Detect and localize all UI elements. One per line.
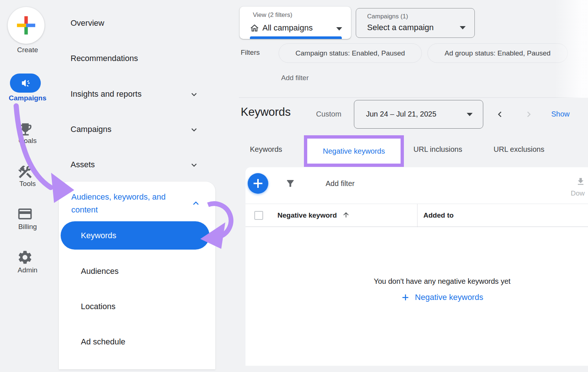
add-filter-link[interactable]: Add filter bbox=[281, 74, 309, 82]
nav-item-audiences-keywords-content[interactable]: Audiences, keywords, and content bbox=[71, 190, 182, 216]
nav-item-keywords-selected[interactable]: Keywords bbox=[61, 221, 209, 250]
active-view-underline bbox=[250, 36, 342, 39]
table-body: You don't have any negative keywords yet… bbox=[245, 227, 588, 366]
dropdown-caret-icon bbox=[336, 27, 342, 31]
annotation-highlight-box: Negative keywords bbox=[304, 135, 404, 167]
rail-label-goals: Goals bbox=[0, 137, 55, 145]
campaign-picker-value: Select a campaign bbox=[367, 23, 434, 32]
nav-item-recommendations[interactable]: Recommendations bbox=[71, 54, 138, 63]
rail-label-create: Create bbox=[0, 46, 55, 54]
home-icon bbox=[250, 23, 259, 33]
plus-icon bbox=[252, 178, 263, 189]
rail-label-tools: Tools bbox=[0, 180, 55, 188]
section-divider bbox=[239, 97, 588, 98]
nav-item-ad-schedule[interactable]: Ad schedule bbox=[81, 337, 125, 347]
download-icon bbox=[571, 177, 585, 186]
table-toolbar: Add filter Dow bbox=[245, 167, 588, 204]
view-picker[interactable]: View (2 filters) All campaigns bbox=[240, 7, 351, 39]
show-link[interactable]: Show bbox=[551, 110, 570, 118]
plus-icon bbox=[401, 293, 410, 302]
credit-card-icon[interactable] bbox=[17, 206, 33, 222]
column-divider bbox=[417, 204, 417, 227]
chevron-up-icon[interactable] bbox=[190, 198, 201, 209]
previous-period-button[interactable] bbox=[494, 109, 505, 120]
column-header-added-to[interactable]: Added to bbox=[423, 211, 453, 219]
nav-item-campaigns[interactable]: Campaigns bbox=[71, 125, 111, 134]
column-header-negative-keyword[interactable]: Negative keyword bbox=[277, 211, 337, 219]
download-button[interactable]: Dow bbox=[571, 174, 585, 197]
nav-item-label: Keywords bbox=[81, 231, 116, 240]
chevron-down-icon[interactable] bbox=[189, 89, 199, 100]
tab-negative-keywords[interactable]: Negative keywords bbox=[307, 139, 401, 164]
view-picker-label: View (2 filters) bbox=[253, 11, 292, 19]
add-filter-button[interactable]: Add filter bbox=[326, 179, 355, 188]
tab-keywords[interactable]: Keywords bbox=[250, 145, 282, 154]
empty-state-action-label: Negative keywords bbox=[415, 293, 483, 302]
filter-icon[interactable] bbox=[285, 178, 295, 189]
page-title: Keywords bbox=[241, 105, 291, 119]
chevron-down-icon[interactable] bbox=[189, 125, 199, 135]
tab-url-exclusions[interactable]: URL exclusions bbox=[494, 145, 544, 154]
filters-label: Filters bbox=[241, 49, 260, 57]
google-plus-icon bbox=[15, 15, 37, 36]
add-negative-keyword-button[interactable] bbox=[248, 173, 268, 194]
rail-label-billing: Billing bbox=[0, 223, 55, 231]
empty-state-message: You don't have any negative keywords yet bbox=[374, 277, 510, 286]
trophy-icon[interactable] bbox=[17, 121, 33, 137]
filter-chip-ad-group-status[interactable]: Ad group status: Enabled, Paused bbox=[427, 43, 568, 63]
expanded-nav-group: Audiences, keywords, and content Keyword… bbox=[59, 182, 215, 369]
dropdown-caret-icon bbox=[460, 26, 466, 29]
download-label: Dow bbox=[571, 189, 585, 197]
megaphone-icon bbox=[20, 78, 31, 88]
nav-item-overview[interactable]: Overview bbox=[71, 18, 104, 28]
nav-item-locations[interactable]: Locations bbox=[81, 302, 115, 311]
date-range-value: Jun 24 – Jul 21, 2025 bbox=[366, 110, 436, 118]
rail-label-admin: Admin bbox=[0, 266, 55, 274]
campaign-picker[interactable]: Campaigns (1) Select a campaign bbox=[356, 8, 475, 38]
tools-icon[interactable] bbox=[17, 164, 33, 180]
date-range-picker[interactable]: Jun 24 – Jul 21, 2025 bbox=[354, 100, 483, 129]
tab-url-inclusions[interactable]: URL inclusions bbox=[413, 145, 462, 154]
table-header: Negative keyword Added to bbox=[245, 204, 588, 227]
add-negative-keywords-link[interactable]: Negative keywords bbox=[401, 293, 483, 302]
date-preset-label: Custom bbox=[316, 110, 341, 118]
chevron-down-icon[interactable] bbox=[189, 160, 199, 170]
gear-icon[interactable] bbox=[17, 249, 33, 265]
dropdown-caret-icon bbox=[467, 113, 473, 116]
sort-ascending-icon[interactable] bbox=[342, 211, 350, 219]
filter-chip-campaign-status[interactable]: Campaign status: Enabled, Paused bbox=[279, 43, 422, 63]
nav-item-assets[interactable]: Assets bbox=[71, 160, 95, 169]
rail-item-campaigns[interactable] bbox=[10, 74, 41, 93]
icon-rail: Create Campaigns Goals Tools Billing Adm… bbox=[0, 0, 55, 372]
nav-item-insights-reports[interactable]: Insights and reports bbox=[71, 89, 141, 99]
select-all-checkbox[interactable] bbox=[254, 211, 263, 220]
view-picker-value: All campaigns bbox=[262, 23, 313, 33]
campaign-picker-label: Campaigns (1) bbox=[367, 13, 408, 20]
nav-item-audiences[interactable]: Audiences bbox=[81, 267, 119, 276]
rail-label-campaigns: Campaigns bbox=[0, 94, 55, 102]
next-period-button[interactable] bbox=[523, 109, 534, 120]
create-button[interactable] bbox=[8, 7, 44, 44]
